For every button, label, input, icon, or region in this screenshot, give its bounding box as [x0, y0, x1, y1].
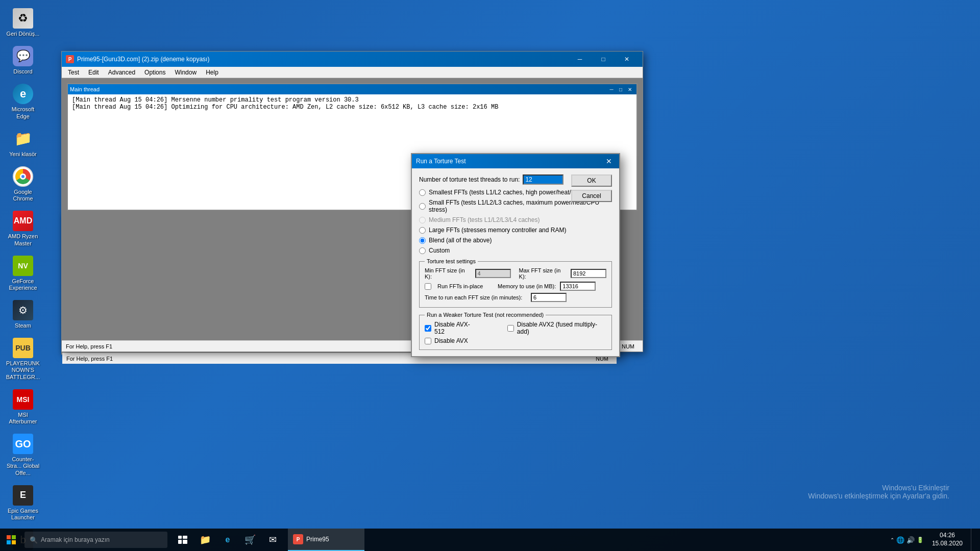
run-inplace-checkbox[interactable]: [425, 283, 431, 290]
memory-input[interactable]: [560, 282, 596, 291]
min-fft-input[interactable]: [475, 269, 511, 278]
radio-custom-input[interactable]: [419, 247, 426, 254]
disable-avx2-label: Disable AVX2 (fused multiply-add): [517, 321, 606, 335]
radio-large-input[interactable]: [419, 227, 426, 234]
torture-settings-fieldset: Torture test settings Min FFT size (in K…: [419, 258, 612, 308]
disable-avx-row: Disable AVX: [425, 337, 606, 344]
dialog-overlay: Run a Torture Test ✕ Number of torture t…: [0, 0, 980, 551]
radio-small-input[interactable]: [419, 203, 426, 210]
radio-medium: Medium FFTs (tests L1/L2/L3/L4 caches): [419, 216, 612, 223]
cancel-button[interactable]: Cancel: [571, 190, 612, 202]
torture-settings-legend: Torture test settings: [425, 258, 478, 264]
inplace-row: Run FFTs in-place Memory to use (in MB):: [425, 282, 606, 291]
dialog-title: Run a Torture Test: [416, 158, 466, 165]
memory-label: Memory to use (in MB):: [498, 283, 556, 289]
dialog-close-button[interactable]: ✕: [603, 155, 615, 167]
weaker-checkboxes: Disable AVX-512 Disable AVX2 (fused mult…: [425, 321, 606, 335]
disable-avx512-checkbox[interactable]: [425, 325, 431, 332]
radio-blend[interactable]: Blend (all of the above): [419, 237, 612, 244]
desktop: ♻ Geri Dönüş... 💬 Discord e Microsoft Ed…: [0, 0, 980, 551]
radio-large-label: Large FFTs (stresses memory controller a…: [429, 227, 566, 234]
dialog-titlebar: Run a Torture Test ✕: [412, 154, 619, 168]
radio-blend-label: Blend (all of the above): [429, 237, 492, 244]
min-fft-label: Min FFT size (in K):: [425, 267, 471, 280]
radio-custom-label: Custom: [429, 247, 450, 254]
radio-large[interactable]: Large FFTs (stresses memory controller a…: [419, 227, 612, 234]
radio-medium-label: Medium FFTs (tests L1/L2/L3/L4 caches): [429, 216, 540, 223]
weaker-legend: Run a Weaker Torture Test (not recommend…: [425, 312, 546, 318]
run-inplace-label: Run FFTs in-place: [437, 283, 483, 289]
fft-size-row: Min FFT size (in K): Max FFT size (in K)…: [425, 267, 606, 280]
threads-label: Number of torture test threads to run:: [419, 176, 520, 183]
time-input[interactable]: [531, 293, 567, 302]
time-label: Time to run each FFT size (in minutes):: [425, 294, 527, 300]
ok-button[interactable]: OK: [571, 174, 612, 187]
radio-medium-input: [419, 217, 426, 223]
disable-avx-checkbox[interactable]: [425, 338, 431, 344]
disable-avx2-checkbox[interactable]: [507, 325, 514, 332]
dialog-buttons: OK Cancel: [571, 174, 612, 202]
radio-custom[interactable]: Custom: [419, 247, 612, 254]
weaker-test-fieldset: Run a Weaker Torture Test (not recommend…: [419, 312, 612, 350]
disable-avx-label: Disable AVX: [434, 337, 468, 344]
max-fft-label: Max FFT size (in K):: [519, 267, 567, 280]
time-row: Time to run each FFT size (in minutes):: [425, 293, 606, 302]
radio-smallest-input[interactable]: [419, 189, 426, 196]
max-fft-input[interactable]: [571, 269, 606, 278]
torture-test-dialog: Run a Torture Test ✕ Number of torture t…: [411, 153, 620, 357]
threads-input[interactable]: 12: [523, 174, 564, 185]
disable-avx512-label: Disable AVX-512: [434, 321, 479, 335]
radio-blend-input[interactable]: [419, 237, 426, 244]
